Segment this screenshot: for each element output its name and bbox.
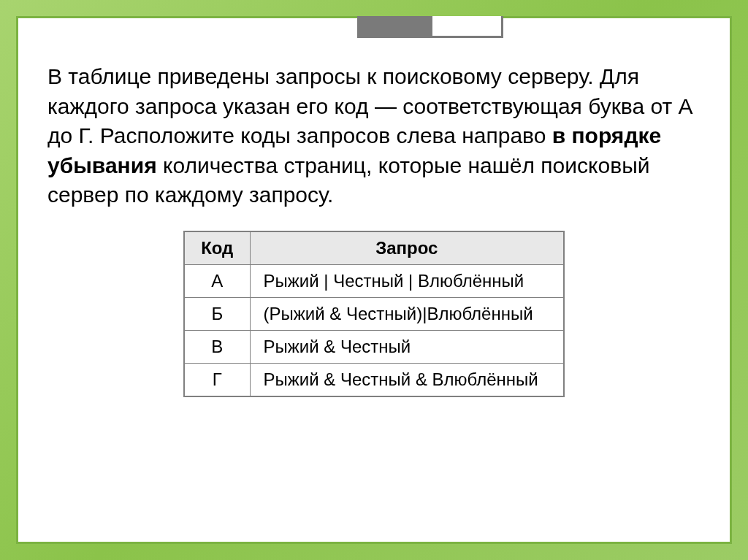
table-row: Г Рыжий & Честный & Влюблённый: [184, 363, 564, 396]
cell-code: Б: [184, 297, 250, 330]
cell-code: В: [184, 330, 250, 363]
table-row: Б (Рыжий & Честный)|Влюблённый: [184, 297, 564, 330]
table-wrap: Код Запрос А Рыжий | Честный | Влюблённы…: [47, 231, 701, 397]
table-row: В Рыжий & Честный: [184, 330, 564, 363]
tab-outline: [430, 16, 503, 38]
slide-container: В таблице приведены запросы к поисковому…: [16, 16, 732, 544]
cell-code: Г: [184, 363, 250, 396]
cell-query: Рыжий & Честный: [250, 330, 564, 363]
tab-solid: [357, 16, 430, 38]
tab-decoration: [357, 16, 503, 38]
cell-query: (Рыжий & Честный)|Влюблённый: [250, 297, 564, 330]
header-query: Запрос: [250, 231, 564, 265]
cell-query: Рыжий | Честный | Влюблённый: [250, 264, 564, 297]
problem-text: В таблице приведены запросы к поисковому…: [47, 62, 701, 210]
table-header-row: Код Запрос: [184, 231, 564, 265]
header-code: Код: [184, 231, 250, 265]
cell-code: А: [184, 264, 250, 297]
query-table: Код Запрос А Рыжий | Честный | Влюблённы…: [183, 231, 565, 397]
table-row: А Рыжий | Честный | Влюблённый: [184, 264, 564, 297]
cell-query: Рыжий & Честный & Влюблённый: [250, 363, 564, 396]
